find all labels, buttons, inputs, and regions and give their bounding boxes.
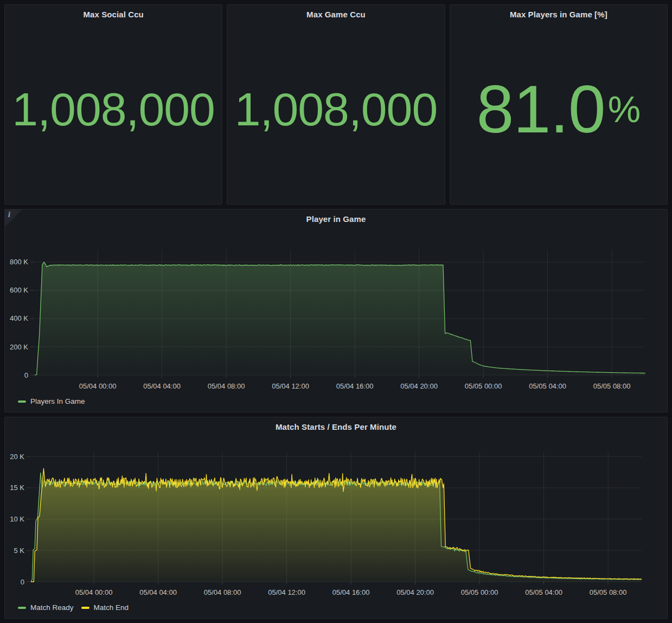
panel-title[interactable]: Match Starts / Ends Per Minute bbox=[5, 417, 667, 431]
svg-text:05/04 00:00: 05/04 00:00 bbox=[75, 588, 113, 596]
legend-swatch bbox=[18, 607, 26, 609]
svg-text:05/05 08:00: 05/05 08:00 bbox=[593, 382, 631, 390]
legend-item-players-in-game[interactable]: Players In Game bbox=[18, 397, 85, 405]
svg-text:05/04 12:00: 05/04 12:00 bbox=[272, 382, 309, 390]
panel-player-in-game: i Player in Game 0200 K400 K600 K800 K05… bbox=[4, 209, 668, 412]
svg-text:05/05 08:00: 05/05 08:00 bbox=[590, 588, 627, 596]
svg-text:05/04 00:00: 05/04 00:00 bbox=[79, 382, 117, 390]
svg-text:05/05 04:00: 05/05 04:00 bbox=[525, 588, 562, 596]
svg-text:05/04 20:00: 05/04 20:00 bbox=[400, 382, 438, 390]
stat-value: 1,008,000 bbox=[235, 86, 438, 132]
legend: Match ReadyMatch End bbox=[18, 603, 129, 612]
svg-text:200 K: 200 K bbox=[10, 343, 28, 351]
legend-item-match-ready[interactable]: Match Ready bbox=[18, 603, 74, 612]
svg-text:600 K: 600 K bbox=[10, 286, 28, 294]
legend-label: Match Ready bbox=[30, 603, 74, 612]
svg-text:05/04 08:00: 05/04 08:00 bbox=[208, 382, 245, 390]
stat-body: 81.0 % bbox=[450, 19, 667, 204]
stat-body: 1,008,000 bbox=[227, 19, 444, 204]
svg-text:800 K: 800 K bbox=[10, 258, 28, 266]
stat-body: 1,008,000 bbox=[5, 19, 222, 204]
panel-title[interactable]: Player in Game bbox=[5, 209, 667, 224]
stat-value: 81.0 bbox=[476, 75, 605, 143]
legend-item-match-end[interactable]: Match End bbox=[81, 603, 129, 612]
svg-text:0: 0 bbox=[24, 371, 28, 379]
svg-text:0: 0 bbox=[21, 578, 24, 586]
stat-value: 1,008,000 bbox=[12, 86, 215, 132]
legend-swatch bbox=[18, 400, 26, 403]
legend-swatch bbox=[81, 607, 89, 609]
panel-title[interactable]: Max Players in Game [%] bbox=[450, 5, 667, 19]
svg-text:05/04 12:00: 05/04 12:00 bbox=[268, 588, 305, 596]
legend: Players In Game bbox=[18, 397, 85, 405]
player-in-game-plot[interactable]: 0200 K400 K600 K800 K05/04 00:0005/04 04… bbox=[5, 209, 667, 412]
svg-text:400 K: 400 K bbox=[10, 314, 28, 322]
svg-text:05/04 04:00: 05/04 04:00 bbox=[143, 382, 181, 390]
svg-text:5 K: 5 K bbox=[14, 546, 24, 555]
grafana-dashboard: Max Social Ccu 1,008,000 Max Game Ccu 1,… bbox=[0, 0, 672, 623]
svg-text:05/04 16:00: 05/04 16:00 bbox=[332, 588, 370, 596]
info-icon: i bbox=[8, 211, 10, 219]
panel-match-starts-ends: Match Starts / Ends Per Minute 05 K10 K1… bbox=[4, 417, 668, 619]
stats-row: Max Social Ccu 1,008,000 Max Game Ccu 1,… bbox=[4, 4, 668, 205]
svg-text:05/04 08:00: 05/04 08:00 bbox=[204, 588, 241, 596]
svg-text:05/04 20:00: 05/04 20:00 bbox=[396, 588, 434, 596]
stat-panel-max-social-ccu: Max Social Ccu 1,008,000 bbox=[4, 4, 222, 205]
legend-label: Players In Game bbox=[30, 397, 85, 405]
svg-text:05/04 16:00: 05/04 16:00 bbox=[336, 382, 374, 390]
panel-title[interactable]: Max Social Ccu bbox=[5, 5, 222, 19]
panel-title[interactable]: Max Game Ccu bbox=[227, 5, 444, 19]
stat-panel-max-players-in-game-pct: Max Players in Game [%] 81.0 % bbox=[450, 4, 668, 205]
svg-text:10 K: 10 K bbox=[10, 515, 24, 523]
svg-text:15 K: 15 K bbox=[10, 484, 24, 492]
stat-value-suffix: % bbox=[608, 91, 641, 128]
match-starts-ends-plot[interactable]: 05 K10 K15 K20 K05/04 00:0005/04 04:0005… bbox=[5, 417, 667, 618]
svg-text:05/05 00:00: 05/05 00:00 bbox=[465, 382, 502, 390]
svg-text:05/05 04:00: 05/05 04:00 bbox=[529, 382, 566, 390]
svg-text:05/04 04:00: 05/04 04:00 bbox=[139, 588, 177, 596]
svg-text:20 K: 20 K bbox=[10, 453, 24, 461]
legend-label: Match End bbox=[94, 603, 129, 612]
stat-panel-max-game-ccu: Max Game Ccu 1,008,000 bbox=[227, 4, 445, 205]
svg-text:05/05 00:00: 05/05 00:00 bbox=[461, 588, 498, 596]
